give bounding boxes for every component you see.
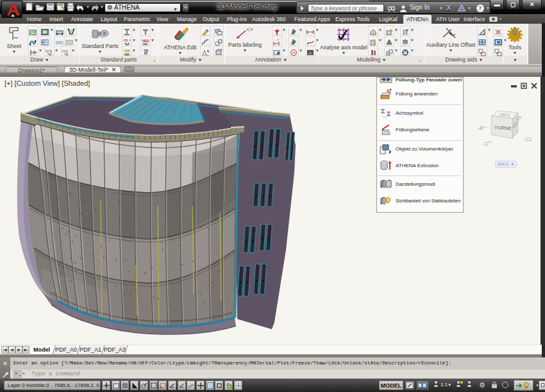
- svg-text:FAS: FAS: [62, 49, 69, 53]
- svg-text:0000: 0000: [56, 40, 63, 45]
- svg-text:?: ?: [479, 5, 482, 12]
- svg-text:<>: <>: [246, 26, 253, 33]
- svg-text:HBL.F: HBL.F: [123, 39, 131, 42]
- svg-text:SYS: SYS: [46, 49, 53, 53]
- svg-text:A: A: [308, 51, 312, 56]
- svg-text:HBLF: HBLF: [142, 40, 149, 43]
- svg-text:+0: +0: [276, 28, 279, 31]
- svg-text:01: 01: [292, 51, 296, 54]
- svg-text:OBEN: OBEN: [499, 113, 510, 117]
- svg-text:LOS: LOS: [124, 49, 130, 53]
- svg-text:?: ?: [277, 38, 279, 42]
